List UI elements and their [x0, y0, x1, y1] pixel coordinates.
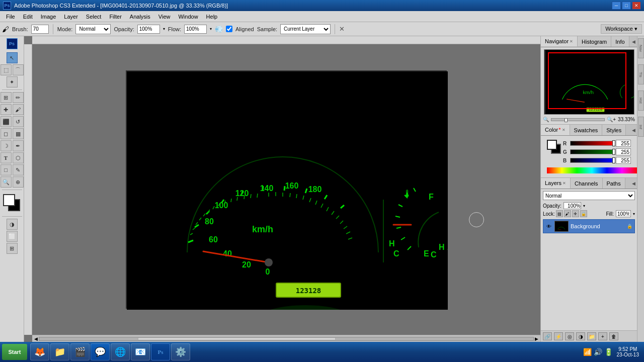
r-value-input[interactable]: 255 [616, 140, 631, 147]
menu-layer[interactable]: Layer [60, 11, 82, 22]
scroll-thumb[interactable] [138, 337, 336, 340]
path-tool[interactable]: ⬡ [13, 152, 24, 163]
crop-tool[interactable]: ⊞ [1, 92, 12, 103]
menu-window[interactable]: Window [174, 11, 202, 22]
delete-layer-btn[interactable]: 🗑 [609, 332, 618, 340]
r-slider-thumb[interactable] [612, 140, 615, 146]
photoshop-canvas[interactable]: 0 20 40 60 80 100 120 140 160 180 km/h [126, 70, 447, 309]
taskbar-email[interactable]: 📧 [131, 343, 150, 360]
menu-view[interactable]: View [154, 11, 175, 22]
start-button[interactable]: Start [2, 344, 27, 360]
taskbar-ie[interactable]: 🌐 [111, 343, 130, 360]
tab-styles[interactable]: Styles [602, 125, 626, 135]
g-value-input[interactable]: 255 [616, 148, 631, 155]
taskbar-media[interactable]: 🎬 [70, 343, 90, 360]
new-group-btn[interactable]: 📁 [587, 332, 596, 340]
taskbar-firefox[interactable]: 🦊 [30, 343, 49, 360]
taskbar-settings[interactable]: ⚙️ [171, 343, 190, 360]
workspace-button[interactable]: Workspace ▾ [601, 24, 642, 34]
eraser-tool[interactable]: ◻ [1, 128, 12, 139]
airbrush-icon[interactable]: 💨 [215, 25, 223, 33]
scroll-left-arrow[interactable]: ◀ [33, 336, 39, 341]
add-style-btn[interactable]: ⚡ [554, 332, 563, 340]
taskbar-explorer[interactable]: 📁 [50, 343, 69, 360]
canvas-wrapper[interactable]: 0 20 40 60 80 100 120 140 160 180 km/h [32, 44, 540, 335]
color-fg-bg-boxes[interactable] [547, 140, 561, 154]
opacity-input[interactable] [137, 25, 160, 34]
minimize-button[interactable]: ─ [612, 2, 621, 10]
color-panel-collapse[interactable]: ◀ [630, 127, 637, 134]
g-slider-thumb[interactable] [612, 149, 615, 155]
shape-tool[interactable]: □ [1, 164, 12, 175]
notes-tool[interactable]: ✎ [13, 164, 24, 175]
new-layer-btn[interactable]: + [598, 332, 607, 340]
b-slider[interactable] [570, 158, 614, 163]
healing-tool[interactable]: ✚ [1, 104, 12, 115]
dodge-tool[interactable]: ☽ [1, 140, 12, 151]
quick-mask-btn[interactable]: ◑ [7, 219, 18, 230]
opacity-field[interactable] [564, 202, 581, 209]
brush-tool[interactable]: 🖌 [13, 104, 24, 115]
blend-mode-select[interactable]: Normal [543, 191, 635, 200]
pen-tool[interactable]: ✒ [13, 140, 24, 151]
stamp-tool[interactable]: ⬛ [1, 116, 12, 127]
volume-icon[interactable]: 🔊 [594, 348, 602, 356]
color-spectrum-bar[interactable] [547, 167, 637, 173]
tab-swatches[interactable]: Swatches [570, 125, 603, 135]
layers-panel-collapse[interactable]: ◀ [630, 180, 637, 187]
zoom-tool[interactable]: ⊕ [13, 176, 24, 188]
tab-paths[interactable]: Paths [603, 178, 625, 189]
scroll-track[interactable] [39, 337, 534, 341]
color-foreground-box[interactable] [547, 140, 557, 150]
add-mask-btn[interactable]: ◎ [565, 332, 574, 340]
eyedropper-tool[interactable]: ✏ [13, 92, 24, 103]
layer-visibility-toggle[interactable]: 👁 [545, 223, 552, 230]
lock-paint-btn[interactable]: 🖌 [564, 210, 571, 217]
b-slider-thumb[interactable] [612, 157, 615, 163]
info-panel-icon[interactable]: Inf [638, 117, 644, 137]
r-slider[interactable] [570, 141, 614, 146]
extras-btn[interactable]: ⊞ [7, 243, 18, 254]
close-color-tab[interactable]: ✕ [562, 128, 566, 132]
history-tool[interactable]: ↺ [13, 116, 24, 127]
hist-panel-icon[interactable]: Hst [638, 90, 644, 111]
aligned-checkbox[interactable] [226, 26, 232, 32]
menu-image[interactable]: Image [37, 11, 60, 22]
tab-channels[interactable]: Channels [571, 178, 602, 189]
tool-panel-icon[interactable]: Tls [638, 64, 644, 84]
tab-navigator[interactable]: Navigator ✕ [541, 36, 578, 47]
navigator-preview[interactable]: km/h 123128 [544, 49, 634, 115]
menu-filter[interactable]: Filter [105, 11, 125, 22]
nav-panel-icon[interactable]: Nav [638, 38, 644, 58]
color-selector[interactable] [3, 194, 21, 212]
flow-input[interactable] [184, 25, 207, 34]
screen-mode-btn[interactable]: ⬜ [7, 231, 18, 242]
menu-help[interactable]: Help [202, 11, 222, 22]
color-sample-tool[interactable]: 🔍 [1, 176, 12, 188]
tab-color[interactable]: Color * ✕ [541, 125, 570, 135]
fill-input[interactable] [616, 210, 631, 217]
close-navigator-tab[interactable]: ✕ [570, 39, 573, 44]
tab-layers[interactable]: Layers ✕ [541, 178, 571, 189]
sample-select[interactable]: Current Layer [280, 24, 331, 34]
taskbar-photoshop[interactable]: Ps [151, 343, 170, 360]
mode-select[interactable]: Normal [75, 24, 111, 34]
taskbar-skype[interactable]: 💬 [91, 343, 110, 360]
link-layers-btn[interactable]: 🔗 [543, 332, 552, 340]
menu-file[interactable]: File [2, 11, 19, 22]
lock-position-btn[interactable]: ✛ [572, 210, 579, 217]
horizontal-scrollbar[interactable]: ◀ ▶ [32, 335, 540, 342]
lasso-tool[interactable]: ⌒ [13, 64, 24, 75]
move-tool[interactable]: ↖ [7, 52, 18, 63]
tab-histogram[interactable]: Histogram [578, 36, 611, 47]
zoom-in-icon[interactable]: 🔍+ [607, 117, 616, 122]
scroll-right-arrow[interactable]: ▶ [534, 336, 539, 341]
new-fill-btn[interactable]: ◑ [576, 332, 585, 340]
marquee-tool[interactable]: ⬚ [1, 64, 12, 75]
lock-all-btn[interactable]: 🔒 [580, 210, 587, 217]
close-button[interactable]: ✕ [632, 2, 641, 10]
zoom-slider-thumb[interactable] [565, 118, 568, 122]
g-slider[interactable] [570, 149, 614, 154]
tab-info[interactable]: Info [611, 36, 629, 47]
menu-select[interactable]: Select [82, 11, 106, 22]
